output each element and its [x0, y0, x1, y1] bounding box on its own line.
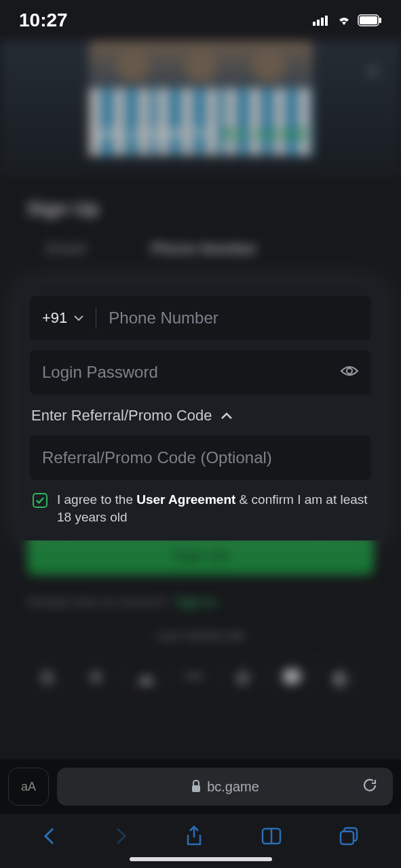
password-input[interactable]: [42, 363, 340, 382]
status-icons: [313, 14, 382, 26]
svg-rect-0: [313, 22, 316, 26]
refresh-icon[interactable]: [362, 777, 378, 797]
agreement-text: I agree to the User Agreement & confirm …: [57, 491, 368, 526]
svg-rect-8: [192, 785, 200, 792]
browser-address-bar: aA bc.game: [0, 760, 401, 814]
hero-title: WELCOME TO BC.GAME: [92, 125, 309, 144]
phone-field[interactable]: +91: [30, 296, 371, 340]
agreement-row[interactable]: I agree to the User Agreement & confirm …: [30, 490, 371, 528]
hero-subtitle: START YOUR GAME JOURNEY NOW!: [119, 148, 282, 157]
social-login-row: G ✈ ☁ 〰 ⊘ 💬 ◐: [0, 642, 401, 713]
svg-rect-1: [317, 20, 320, 26]
signup-tabs: Email Phone Number: [0, 233, 401, 264]
social-line[interactable]: 💬: [271, 657, 312, 698]
social-steam[interactable]: ◐: [320, 657, 361, 698]
close-icon[interactable]: ✕: [365, 61, 381, 83]
social-telegram[interactable]: ✈: [76, 657, 117, 698]
text-size-button[interactable]: aA: [8, 768, 49, 806]
check-icon: [35, 496, 45, 505]
social-wallet[interactable]: ☁: [125, 657, 166, 698]
social-metamask[interactable]: 〰: [174, 657, 214, 698]
tab-phone[interactable]: Phone Number: [132, 233, 276, 264]
signin-link[interactable]: Sign In: [176, 595, 216, 609]
svg-rect-3: [325, 16, 328, 26]
user-agreement-link[interactable]: User Agreement: [136, 492, 235, 507]
url-field[interactable]: bc.game: [57, 768, 393, 806]
phone-input[interactable]: [109, 309, 359, 328]
hero-banner: ✕ WELCOME TO BC.GAME START YOUR GAME JOU…: [0, 41, 401, 176]
back-button[interactable]: [42, 826, 57, 849]
password-field[interactable]: [30, 350, 371, 395]
promo-toggle[interactable]: Enter Referral/Promo Code: [30, 404, 371, 435]
svg-rect-5: [360, 16, 377, 24]
page-title: Sign Up: [0, 176, 401, 233]
eye-icon[interactable]: [340, 364, 359, 380]
country-code-select[interactable]: +91: [42, 309, 96, 327]
svg-rect-12: [341, 831, 354, 844]
battery-icon: [358, 14, 382, 26]
share-button[interactable]: [185, 825, 204, 850]
tab-email[interactable]: Email: [27, 233, 105, 264]
chevron-down-icon: [74, 315, 83, 321]
browser-nav-bar: [0, 814, 401, 861]
agreement-checkbox[interactable]: [33, 493, 47, 508]
social-google[interactable]: G: [27, 657, 68, 698]
chevron-up-icon: [221, 412, 233, 420]
wifi-icon: [336, 14, 352, 26]
signal-icon: [313, 15, 330, 26]
signup-form-panel: +91 Enter Referral/Promo Code I agree to…: [18, 283, 383, 540]
already-account: Already have an account? Sign In: [0, 575, 401, 630]
status-bar: 10:27: [0, 0, 401, 41]
forward-button[interactable]: [113, 826, 128, 849]
svg-rect-6: [379, 18, 381, 23]
social-divider: Log in directly with: [0, 630, 401, 642]
bookmarks-button[interactable]: [261, 827, 282, 848]
promo-field[interactable]: [30, 435, 371, 480]
social-whatsapp[interactable]: ⊘: [223, 657, 263, 698]
tabs-button[interactable]: [339, 826, 359, 849]
home-indicator[interactable]: [130, 857, 272, 861]
status-time: 10:27: [19, 9, 68, 31]
svg-rect-2: [321, 18, 324, 26]
promo-input[interactable]: [42, 448, 359, 467]
svg-point-7: [347, 368, 352, 374]
lock-icon: [191, 780, 202, 793]
